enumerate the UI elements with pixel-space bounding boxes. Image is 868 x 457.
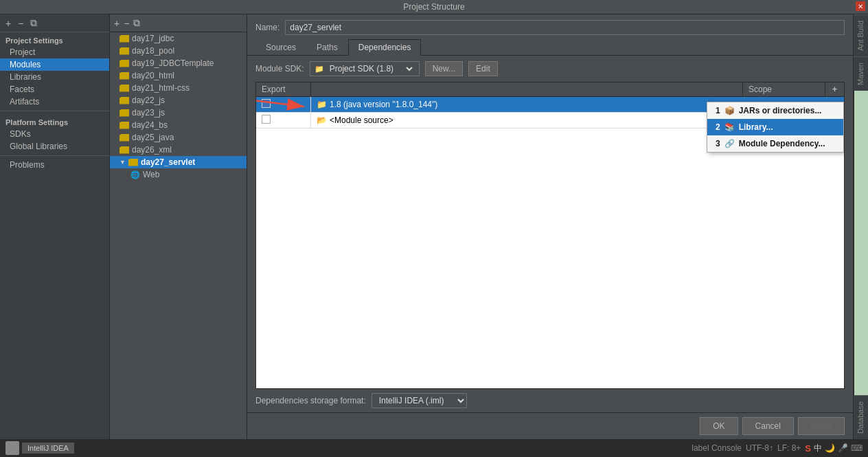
folder-icon-day25	[119, 134, 129, 142]
apply-button[interactable]: Apply	[798, 417, 845, 435]
tree-item-day21[interactable]: day21_html-css	[110, 82, 247, 94]
dep-label-1: 1.8 (java version "1.8.0_144")	[330, 100, 437, 109]
remove-module-button[interactable]: −	[16, 18, 25, 29]
folder-icon-day18	[119, 47, 129, 55]
label-console: label Console	[692, 443, 742, 453]
tree-item-day20[interactable]: day20_html	[110, 69, 247, 82]
deps-header: Export Scope + 1 📦 JARs or directories..…	[256, 82, 844, 97]
col-name	[311, 87, 742, 91]
dropdown-library[interactable]: 2 📚 Library...	[707, 119, 843, 135]
tabs-row: Sources Paths Dependencies	[247, 39, 853, 56]
tree-item-day17[interactable]: day17_jdbc	[110, 32, 247, 45]
tab-sources[interactable]: Sources	[255, 39, 306, 56]
taskbar-icon-zh: 中	[814, 443, 822, 454]
taskbar-icon-moon: 🌙	[825, 443, 835, 453]
folder-icon-day20	[119, 72, 129, 80]
folder-icon-day21	[119, 85, 129, 92]
tree-item-day25[interactable]: day25_java	[110, 131, 247, 144]
right-panel-ant-build[interactable]: Ant Build	[854, 14, 868, 56]
dep-name-1: 📁 1.8 (java version "1.8.0_144")	[311, 98, 762, 111]
platform-settings-header: Platform Settings	[0, 114, 109, 128]
deps-table: Export Scope + 1 📦 JARs or directories..…	[255, 82, 845, 389]
sidebar-item-problems[interactable]: Problems	[0, 159, 109, 171]
project-settings-header: Project Settings	[0, 32, 109, 46]
tree-item-web[interactable]: 🌐 Web	[110, 168, 247, 181]
sdk-dropdown[interactable]: Project SDK (1.8)	[327, 63, 415, 74]
storage-format-select[interactable]: IntelliJ IDEA (.iml) Eclipse (.classpath…	[372, 393, 467, 408]
sdk-edit-button[interactable]: Edit	[468, 61, 498, 76]
ok-button[interactable]: OK	[700, 417, 738, 435]
add-dependency-button[interactable]: + 1 📦 JARs or directories... 2 📚	[825, 82, 844, 96]
dropdown-module-dep[interactable]: 3 🔗 Module Dependency...	[707, 135, 843, 152]
right-panel-database-area	[854, 91, 868, 395]
cancel-button[interactable]: Cancel	[742, 417, 794, 435]
taskbar-app[interactable]: IntelliJ IDEA	[22, 443, 74, 454]
tree-item-day26[interactable]: day26_xml	[110, 144, 247, 156]
folder-icon-day19	[119, 60, 129, 67]
sidebar-item-modules[interactable]: Modules	[0, 58, 109, 71]
right-panel-database[interactable]: Database	[854, 395, 868, 439]
tree-copy-button[interactable]: ⧉	[133, 17, 140, 29]
project-label: Project	[10, 47, 35, 57]
close-button[interactable]: ✕	[856, 1, 865, 11]
module-sdk-label: Module SDK:	[255, 64, 304, 74]
problems-label: Problems	[10, 160, 45, 170]
encoding-label: UTF-8↑	[746, 443, 773, 453]
divider2	[0, 155, 109, 156]
module-sdk-select: 📁 Project SDK (1.8)	[310, 61, 420, 76]
sidebar-item-sdks[interactable]: SDKs	[0, 128, 109, 140]
right-panel-maven[interactable]: Maven	[854, 56, 868, 91]
name-input[interactable]: day27_servlet	[285, 20, 845, 35]
tree-label-day26: day26_xml	[132, 145, 172, 155]
sidebar-item-artifacts[interactable]: Artifacts	[0, 96, 109, 108]
export-checkbox-2[interactable]	[256, 113, 311, 128]
folder-icon-day26	[119, 146, 129, 154]
title-bar: Project Structure ✕	[0, 0, 868, 14]
sidebar-item-facets[interactable]: Facets	[0, 83, 109, 96]
tree-label-day25: day25_java	[132, 133, 174, 142]
dep-label-2: <Module source>	[330, 115, 393, 125]
modules-label: Modules	[10, 60, 41, 69]
facets-label: Facets	[10, 85, 34, 94]
library-label: Library...	[739, 122, 773, 132]
folder-icon-day23	[119, 109, 129, 117]
tree-label-day24: day24_bs	[132, 120, 168, 130]
sdk-folder-icon: 📁	[315, 65, 324, 74]
sidebar-item-libraries[interactable]: Libraries	[0, 71, 109, 83]
dropdown-jars[interactable]: 1 📦 JARs or directories...	[707, 102, 843, 119]
tree-label-day18: day18_pool	[132, 46, 174, 56]
module-dep-number: 3	[716, 139, 720, 148]
taskbar-left: IntelliJ IDEA	[5, 441, 74, 455]
tree-label-day27: day27_servlet	[141, 157, 195, 167]
expand-arrow-day27: ▼	[119, 159, 126, 166]
storage-label: Dependencies storage format:	[255, 396, 366, 405]
module-sdk-row: Module SDK: 📁 Project SDK (1.8) New... E…	[247, 56, 853, 82]
tree-item-day23[interactable]: day23_js	[110, 107, 247, 119]
sidebar-item-project[interactable]: Project	[0, 46, 109, 58]
tree-item-day18[interactable]: day18_pool	[110, 45, 247, 57]
copy-module-button[interactable]: ⧉	[29, 17, 38, 29]
tab-paths[interactable]: Paths	[306, 39, 348, 56]
dep-icon-1: 📁	[317, 100, 327, 109]
tree-item-day22[interactable]: day22_js	[110, 94, 247, 107]
main-content: Name: day27_servlet Sources Paths Depend…	[247, 14, 853, 439]
sidebar-toolbar: + − ⧉	[0, 14, 109, 32]
sidebar-item-global-libraries[interactable]: Global Libraries	[0, 140, 109, 153]
export-checkbox-1[interactable]	[256, 97, 311, 112]
web-icon: 🌐	[130, 170, 140, 179]
tree-item-day19[interactable]: day19_JDBCTemplate	[110, 57, 247, 69]
taskbar: IntelliJ IDEA label Console UTF-8↑ LF: 8…	[0, 439, 868, 457]
add-module-button[interactable]: +	[4, 18, 12, 29]
module-dep-label: Module Dependency...	[739, 139, 825, 148]
sdk-new-button[interactable]: New...	[425, 61, 463, 76]
name-label: Name:	[255, 23, 279, 32]
tree-add-button[interactable]: +	[114, 17, 119, 29]
folder-icon-day17	[119, 35, 129, 43]
tree-remove-button[interactable]: −	[124, 17, 129, 29]
tree-label-web: Web	[143, 170, 159, 179]
tree-item-day27[interactable]: ▼ day27_servlet	[110, 156, 247, 168]
taskbar-icon-mic: 🎤	[838, 443, 848, 453]
tree-item-day24[interactable]: day24_bs	[110, 119, 247, 131]
start-icon[interactable]	[5, 441, 19, 455]
tab-dependencies[interactable]: Dependencies	[348, 39, 422, 56]
